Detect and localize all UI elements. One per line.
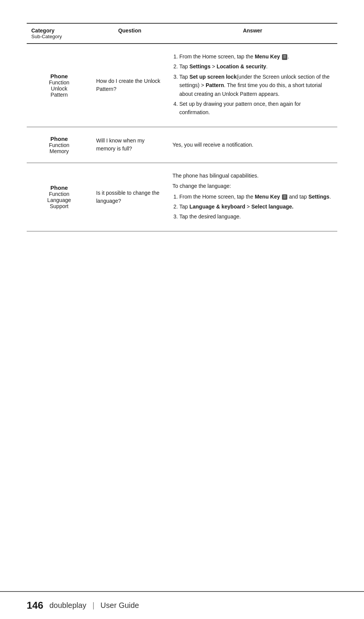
category-cell-language: Phone Function Language Support [27, 163, 92, 231]
main-table: Category Sub-Category Question Answer Ph… [27, 23, 337, 231]
category-sub2-unlock: Unlock [31, 86, 87, 92]
category-sub-language: Function [31, 191, 87, 197]
footer-separator: | [92, 601, 94, 610]
category-sub2-memory: Memory [31, 148, 87, 154]
category-main-memory: Phone [31, 136, 87, 142]
header-question: Question [92, 23, 168, 44]
category-sub3-unlock: Pattern [31, 92, 87, 98]
header-answer: Answer [168, 23, 337, 44]
answer-label: Answer [243, 27, 263, 34]
footer-brand: doubleplay [49, 601, 86, 610]
category-sub-unlock: Function [31, 79, 87, 86]
answer-cell-language: The phone has bilingual capabilities. To… [168, 163, 337, 231]
page-footer: 146 doubleplay | User Guide [0, 591, 364, 619]
category-main-unlock: Phone [31, 73, 87, 79]
menu-key-icon-1: ☰ [282, 54, 287, 60]
category-cell-memory: Phone Function Memory [27, 127, 92, 163]
question-cell-unlock: How do I create the Unlock Pattern? [92, 44, 168, 127]
category-label: Category [31, 27, 55, 34]
page-number: 146 [27, 600, 43, 611]
header-category: Category Sub-Category [27, 23, 92, 44]
category-main-language: Phone [31, 184, 87, 191]
category-cell-unlock: Phone Function Unlock Pattern [27, 44, 92, 127]
subcategory-label: Sub-Category [31, 34, 87, 39]
table-row: Phone Function Unlock Pattern How do I c… [27, 44, 337, 127]
answer-cell-unlock: From the Home screen, tap the Menu Key ☰… [168, 44, 337, 127]
table-header-row: Category Sub-Category Question Answer [27, 23, 337, 44]
category-sub-memory: Function [31, 142, 87, 148]
category-sub3-language: Support [31, 203, 87, 209]
table-row: Phone Function Language Support Is it po… [27, 163, 337, 231]
category-sub2-language: Language [31, 197, 87, 203]
question-cell-language: Is it possible to change the language? [92, 163, 168, 231]
question-label: Question [118, 27, 142, 34]
footer-title: User Guide [100, 601, 139, 610]
table-row: Phone Function Memory Will I know when m… [27, 127, 337, 163]
answer-cell-memory: Yes, you will receive a notification. [168, 127, 337, 163]
question-cell-memory: Will I know when my memory is full? [92, 127, 168, 163]
page-content: Category Sub-Category Question Answer Ph… [0, 0, 364, 591]
menu-key-icon-2: ☰ [282, 194, 287, 200]
